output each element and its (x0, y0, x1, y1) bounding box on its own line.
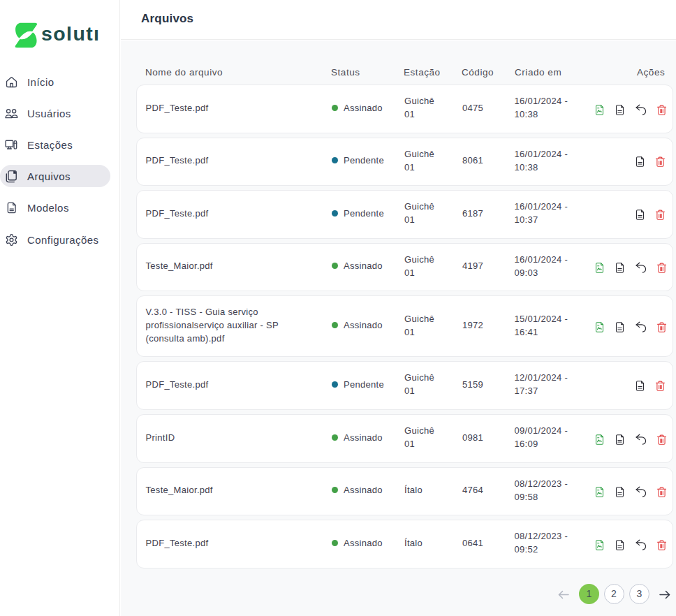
svg-text:solutı: solutı (41, 22, 100, 45)
